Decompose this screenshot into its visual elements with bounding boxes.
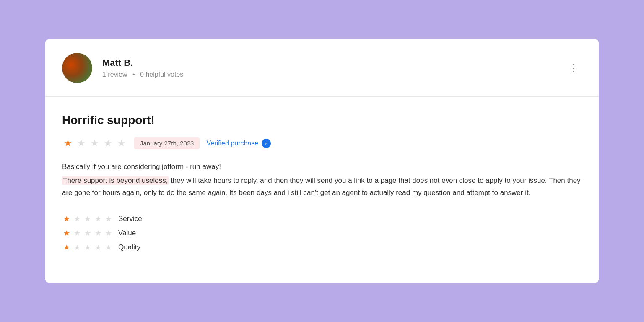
review-card: Matt B. 1 review • 0 helpful votes ⋮ Hor… — [45, 39, 599, 283]
service-stars: ★ ★ ★ ★ ★ — [62, 214, 113, 223]
review-text: Basically if you are considering jotform… — [62, 161, 582, 199]
service-star-2: ★ — [73, 214, 82, 223]
verified-badge: Verified purchase ✓ — [206, 139, 271, 148]
reviewer-meta: 1 review • 0 helpful votes — [102, 71, 183, 78]
more-options-button[interactable]: ⋮ — [565, 60, 582, 76]
quality-label: Quality — [118, 243, 140, 252]
star-1: ★ — [62, 138, 74, 149]
review-body: Horrific support! ★ ★ ★ ★ ★ January 27th… — [45, 97, 599, 272]
star-2: ★ — [75, 138, 87, 149]
review-date: January 27th, 2023 — [134, 137, 200, 149]
quality-stars: ★ ★ ★ ★ ★ — [62, 243, 113, 252]
quality-star-4: ★ — [93, 243, 103, 252]
service-rating-row: ★ ★ ★ ★ ★ Service — [62, 214, 582, 223]
value-rating-row: ★ ★ ★ ★ ★ Value — [62, 229, 582, 238]
helpful-votes: 0 helpful votes — [140, 71, 183, 78]
quality-star-5: ★ — [104, 243, 113, 252]
reviewer-info: Matt B. 1 review • 0 helpful votes — [102, 57, 183, 78]
avatar — [62, 53, 92, 83]
quality-rating-row: ★ ★ ★ ★ ★ Quality — [62, 243, 582, 252]
review-first-line: Basically if you are considering jotform… — [62, 161, 582, 173]
value-star-3: ★ — [83, 229, 92, 238]
service-label: Service — [118, 215, 142, 223]
service-star-1: ★ — [62, 214, 71, 223]
star-4: ★ — [102, 138, 114, 149]
reviewer-name: Matt B. — [102, 57, 183, 68]
star-3: ★ — [89, 138, 101, 149]
value-star-5: ★ — [104, 229, 113, 238]
reviewer-header: Matt B. 1 review • 0 helpful votes ⋮ — [45, 39, 599, 97]
sub-ratings: ★ ★ ★ ★ ★ Service ★ ★ ★ ★ ★ Value — [62, 214, 582, 252]
value-star-4: ★ — [93, 229, 103, 238]
review-title: Horrific support! — [62, 114, 582, 127]
avatar-image — [62, 53, 92, 83]
value-stars: ★ ★ ★ ★ ★ — [62, 229, 113, 238]
service-star-4: ★ — [93, 214, 103, 223]
value-star-2: ★ — [73, 229, 82, 238]
quality-star-1: ★ — [62, 243, 71, 252]
quality-star-3: ★ — [83, 243, 92, 252]
service-star-3: ★ — [83, 214, 92, 223]
quality-star-2: ★ — [73, 243, 82, 252]
review-count: 1 review — [102, 71, 127, 78]
rating-row: ★ ★ ★ ★ ★ January 27th, 2023 Verified pu… — [62, 137, 582, 149]
verified-label: Verified purchase — [206, 140, 258, 147]
value-label: Value — [118, 229, 136, 237]
separator: • — [132, 71, 135, 78]
highlighted-text: There support is beyond useless, — [62, 176, 169, 185]
star-5: ★ — [116, 138, 127, 149]
service-star-5: ★ — [104, 214, 113, 223]
value-star-1: ★ — [62, 229, 71, 238]
verified-check-icon: ✓ — [262, 139, 271, 148]
overall-stars: ★ ★ ★ ★ ★ — [62, 138, 127, 149]
